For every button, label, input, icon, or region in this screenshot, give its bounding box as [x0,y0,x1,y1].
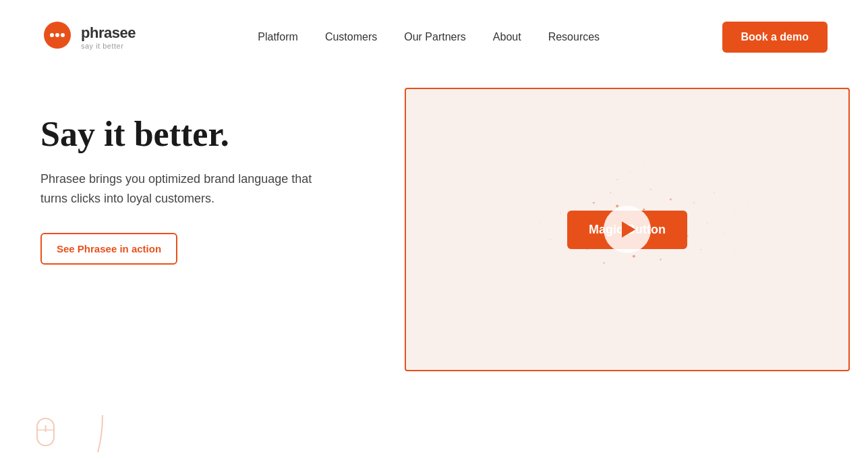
nav-link-resources[interactable]: Resources [548,31,600,43]
nav-links: Platform Customers Our Partners About Re… [258,31,600,43]
svg-point-42 [744,229,745,230]
play-icon [622,221,635,238]
svg-point-36 [540,222,541,223]
svg-point-37 [630,172,631,173]
navbar: phrasee say it better Platform Customers… [0,0,868,74]
svg-point-2 [50,33,54,37]
video-play-area[interactable]: Magic Button [567,211,687,249]
hero-cta-button[interactable]: See Phrasee in action [40,233,177,265]
logo[interactable]: phrasee say it better [40,20,136,54]
svg-rect-47 [37,418,54,446]
svg-point-40 [530,206,531,207]
svg-point-22 [587,249,588,250]
svg-point-25 [693,202,695,203]
video-frame[interactable]: Magic Button [405,88,850,371]
svg-point-17 [593,202,595,204]
svg-point-23 [603,262,605,264]
svg-point-46 [510,216,511,217]
book-demo-button[interactable]: Book a demo [722,22,828,53]
svg-point-39 [734,249,735,250]
svg-point-44 [520,229,521,230]
mouse-cord-icon [91,415,115,452]
logo-icon [40,20,74,54]
svg-point-14 [633,255,635,258]
svg-point-30 [707,222,708,223]
svg-point-24 [660,259,662,261]
nav-item-resources[interactable]: Resources [548,31,600,43]
svg-point-43 [747,202,748,204]
hero-content: Say it better. Phrasee brings you optimi… [40,94,364,265]
mouse-icon [34,415,57,452]
play-circle[interactable] [604,206,651,253]
svg-point-19 [670,198,672,200]
logo-tagline: say it better [81,42,136,50]
svg-point-32 [714,192,715,194]
bottom-decorations [0,415,868,452]
nav-link-about[interactable]: About [493,31,521,43]
nav-item-customers[interactable]: Customers [325,31,377,43]
svg-point-29 [650,189,652,190]
hero-video-container: Magic Button [405,88,850,371]
svg-point-3 [55,33,59,37]
nav-item-platform[interactable]: Platform [258,31,298,43]
svg-point-31 [560,212,561,213]
svg-point-27 [700,249,701,250]
hero-section: Say it better. Phrasee brings you optimi… [0,74,868,371]
nav-item-about[interactable]: About [493,31,521,43]
svg-point-41 [643,165,645,167]
svg-point-35 [724,232,725,234]
svg-point-4 [61,33,65,37]
svg-point-34 [616,179,618,180]
svg-point-28 [610,192,611,194]
logo-text: phrasee say it better [81,24,136,50]
logo-name: phrasee [81,24,136,42]
svg-point-38 [734,212,735,213]
nav-link-platform[interactable]: Platform [258,31,298,43]
nav-link-customers[interactable]: Customers [325,31,377,43]
svg-point-45 [757,242,758,243]
svg-point-33 [550,239,551,240]
nav-link-partners[interactable]: Our Partners [404,31,466,43]
hero-subtext: Phrasee brings you optimized brand langu… [40,169,324,209]
hero-heading: Say it better. [40,115,364,153]
nav-item-partners[interactable]: Our Partners [404,31,466,43]
